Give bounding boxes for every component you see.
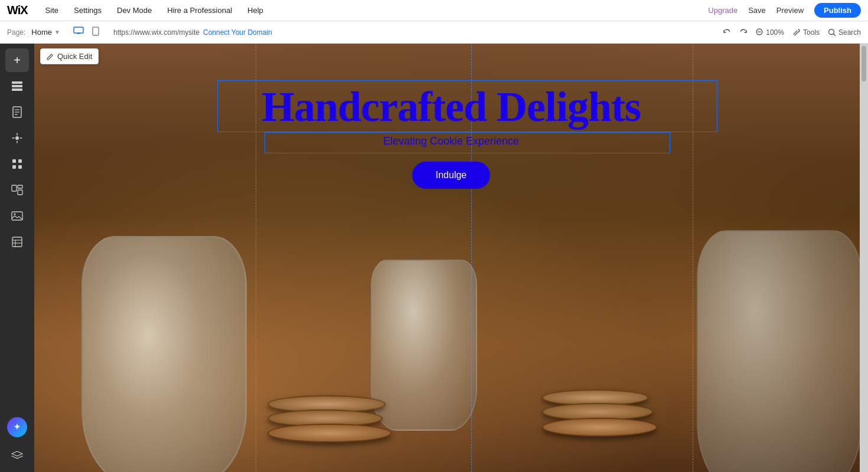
- svg-rect-17: [12, 159, 16, 163]
- nav-settings[interactable]: Settings: [71, 5, 104, 16]
- top-navigation: WiX Site Settings Dev Mode Hire a Profes…: [0, 0, 868, 21]
- data-icon[interactable]: [5, 230, 29, 254]
- wix-logo: WiX: [7, 4, 28, 17]
- svg-rect-18: [18, 159, 22, 163]
- pages-icon[interactable]: [5, 100, 29, 124]
- svg-rect-23: [18, 190, 22, 195]
- main-layout: +: [0, 44, 868, 472]
- layers-icon[interactable]: [5, 444, 29, 467]
- left-sidebar: +: [0, 44, 34, 472]
- apps-icon[interactable]: [5, 152, 29, 176]
- zoom-control[interactable]: 100%: [756, 28, 784, 37]
- nav-hire[interactable]: Hire a Professional: [165, 5, 234, 16]
- svg-rect-24: [12, 212, 22, 220]
- svg-line-8: [833, 34, 835, 35]
- svg-point-4: [95, 34, 96, 35]
- undo-button[interactable]: [723, 28, 731, 37]
- url-text: https://www.wix.com/mysite: [113, 28, 200, 37]
- toolbar-right: 100% Tools Search: [723, 28, 861, 37]
- design-icon[interactable]: [5, 126, 29, 150]
- svg-rect-11: [12, 88, 22, 91]
- hero-cta-button[interactable]: Indulge: [412, 162, 491, 189]
- edit-icon: [47, 53, 54, 60]
- quick-edit-tooltip[interactable]: Quick Edit: [40, 48, 99, 64]
- hero-content: Handcrafted Delights Elevating Cookie Ex…: [34, 44, 868, 472]
- secondary-toolbar: Page: Home ▼ https://www.wix.com/mysite …: [0, 21, 868, 44]
- url-bar: https://www.wix.com/mysite Connect Your …: [113, 28, 717, 37]
- svg-rect-22: [18, 185, 22, 188]
- connect-domain-link[interactable]: Connect Your Domain: [203, 28, 272, 37]
- hero-title[interactable]: Handcrafted Delights: [262, 84, 641, 130]
- svg-point-25: [14, 214, 16, 215]
- desktop-view-icon[interactable]: [71, 25, 86, 40]
- svg-point-16: [15, 136, 19, 140]
- preview-button[interactable]: Preview: [776, 6, 804, 15]
- svg-rect-26: [12, 237, 22, 247]
- tools-button[interactable]: Tools: [792, 28, 820, 37]
- svg-rect-19: [12, 165, 16, 169]
- svg-rect-10: [12, 85, 22, 87]
- nav-dev-mode[interactable]: Dev Mode: [115, 5, 154, 16]
- mobile-view-icon[interactable]: [90, 25, 102, 40]
- svg-rect-21: [12, 185, 17, 191]
- scroll-thumb[interactable]: [862, 46, 866, 81]
- hero-section[interactable]: Handcrafted Delights Elevating Cookie Ex…: [34, 44, 868, 472]
- sections-icon[interactable]: [5, 74, 29, 98]
- redo-button[interactable]: [739, 28, 748, 37]
- page-selector[interactable]: Home ▼: [31, 28, 60, 37]
- scrollbar[interactable]: [860, 44, 868, 472]
- publish-button[interactable]: Publish: [814, 3, 861, 18]
- svg-rect-9: [12, 81, 22, 84]
- wix-ai-button[interactable]: [5, 415, 29, 439]
- canvas-area[interactable]: Handcrafted Delights Elevating Cookie Ex…: [34, 44, 868, 472]
- blocks-icon[interactable]: [5, 178, 29, 202]
- svg-rect-20: [18, 165, 22, 169]
- search-button[interactable]: Search: [828, 28, 861, 37]
- upgrade-button[interactable]: Upgrade: [708, 6, 738, 15]
- save-button[interactable]: Save: [748, 6, 766, 15]
- add-elements-icon[interactable]: +: [5, 48, 29, 72]
- media-icon[interactable]: [5, 204, 29, 228]
- page-label: Page:: [7, 28, 25, 37]
- nav-help[interactable]: Help: [245, 5, 266, 16]
- svg-rect-0: [74, 27, 83, 33]
- hero-subtitle[interactable]: Elevating Cookie Experience: [383, 135, 519, 148]
- nav-site[interactable]: Site: [43, 5, 61, 16]
